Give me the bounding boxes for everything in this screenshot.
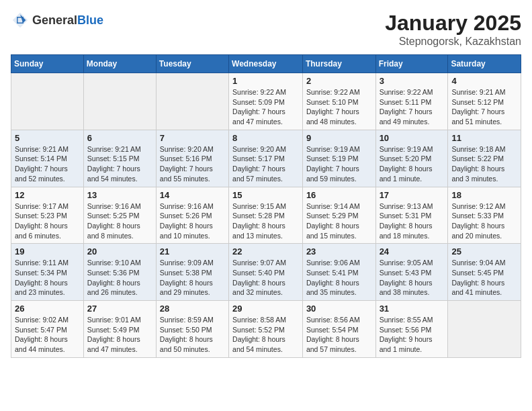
day-info: Sunrise: 9:15 AM Sunset: 5:28 PM Dayligh… [232, 201, 299, 241]
day-number: 30 [306, 304, 372, 314]
day-info: Sunrise: 9:14 AM Sunset: 5:29 PM Dayligh… [306, 201, 372, 241]
weekday-header-wednesday: Wednesday [229, 55, 303, 73]
calendar-cell: 25Sunrise: 9:04 AM Sunset: 5:45 PM Dayli… [448, 244, 521, 301]
calendar-cell: 23Sunrise: 9:06 AM Sunset: 5:41 PM Dayli… [302, 244, 375, 301]
calendar-cell: 8Sunrise: 9:20 AM Sunset: 5:17 PM Daylig… [229, 130, 303, 187]
day-number: 11 [451, 133, 517, 143]
day-number: 24 [380, 246, 445, 257]
weekday-header-friday: Friday [375, 55, 448, 73]
calendar-cell: 27Sunrise: 9:01 AM Sunset: 5:49 PM Dayli… [83, 301, 156, 358]
calendar-week-row: 5Sunrise: 9:21 AM Sunset: 5:14 PM Daylig… [11, 130, 521, 187]
day-info: Sunrise: 8:59 AM Sunset: 5:50 PM Dayligh… [160, 315, 225, 355]
calendar-cell: 21Sunrise: 9:09 AM Sunset: 5:38 PM Dayli… [156, 244, 228, 301]
calendar-cell: 30Sunrise: 8:56 AM Sunset: 5:54 PM Dayli… [302, 301, 375, 358]
day-info: Sunrise: 9:11 AM Sunset: 5:34 PM Dayligh… [15, 258, 80, 298]
day-number: 2 [306, 76, 372, 86]
calendar-cell: 13Sunrise: 9:16 AM Sunset: 5:25 PM Dayli… [83, 187, 156, 244]
day-number: 19 [15, 246, 80, 257]
day-number: 23 [306, 246, 372, 257]
calendar-table: SundayMondayTuesdayWednesdayThursdayFrid… [11, 54, 521, 358]
calendar-cell: 12Sunrise: 9:17 AM Sunset: 5:23 PM Dayli… [11, 187, 84, 244]
day-info: Sunrise: 9:18 AM Sunset: 5:22 PM Dayligh… [451, 144, 517, 184]
day-number: 25 [451, 246, 517, 257]
day-number: 16 [306, 190, 372, 200]
calendar-cell: 5Sunrise: 9:21 AM Sunset: 5:14 PM Daylig… [11, 130, 84, 187]
calendar-cell: 17Sunrise: 9:13 AM Sunset: 5:31 PM Dayli… [375, 187, 448, 244]
calendar-cell: 18Sunrise: 9:12 AM Sunset: 5:33 PM Dayli… [448, 187, 521, 244]
calendar-cell: 14Sunrise: 9:16 AM Sunset: 5:26 PM Dayli… [156, 187, 228, 244]
day-info: Sunrise: 9:20 AM Sunset: 5:17 PM Dayligh… [232, 144, 299, 184]
day-info: Sunrise: 9:09 AM Sunset: 5:38 PM Dayligh… [160, 258, 225, 298]
day-info: Sunrise: 8:55 AM Sunset: 5:56 PM Dayligh… [380, 315, 445, 355]
day-info: Sunrise: 9:16 AM Sunset: 5:26 PM Dayligh… [160, 201, 225, 241]
day-info: Sunrise: 9:22 AM Sunset: 5:09 PM Dayligh… [232, 87, 299, 127]
weekday-header-tuesday: Tuesday [156, 55, 228, 73]
calendar-cell: 28Sunrise: 8:59 AM Sunset: 5:50 PM Dayli… [156, 301, 228, 358]
day-info: Sunrise: 9:12 AM Sunset: 5:33 PM Dayligh… [451, 201, 517, 241]
weekday-header-thursday: Thursday [302, 55, 375, 73]
calendar-cell: 16Sunrise: 9:14 AM Sunset: 5:29 PM Dayli… [302, 187, 375, 244]
calendar-cell: 11Sunrise: 9:18 AM Sunset: 5:22 PM Dayli… [448, 130, 521, 187]
day-info: Sunrise: 9:05 AM Sunset: 5:43 PM Dayligh… [380, 258, 445, 298]
calendar-cell: 7Sunrise: 9:20 AM Sunset: 5:16 PM Daylig… [156, 130, 228, 187]
calendar-cell: 31Sunrise: 8:55 AM Sunset: 5:56 PM Dayli… [375, 301, 448, 358]
calendar-cell: 6Sunrise: 9:21 AM Sunset: 5:15 PM Daylig… [83, 130, 156, 187]
day-info: Sunrise: 9:06 AM Sunset: 5:41 PM Dayligh… [306, 258, 372, 298]
day-number: 31 [380, 304, 445, 314]
logo-general-text: General [32, 13, 77, 28]
day-info: Sunrise: 9:22 AM Sunset: 5:10 PM Dayligh… [306, 87, 372, 127]
calendar-cell: 29Sunrise: 8:58 AM Sunset: 5:52 PM Dayli… [229, 301, 303, 358]
calendar-cell: 19Sunrise: 9:11 AM Sunset: 5:34 PM Dayli… [11, 244, 84, 301]
day-number: 20 [87, 246, 152, 257]
day-number: 10 [380, 133, 445, 143]
day-number: 13 [87, 190, 152, 200]
day-info: Sunrise: 9:13 AM Sunset: 5:31 PM Dayligh… [380, 201, 445, 241]
calendar-cell: 26Sunrise: 9:02 AM Sunset: 5:47 PM Dayli… [11, 301, 84, 358]
day-number: 4 [451, 76, 517, 86]
calendar-cell: 22Sunrise: 9:07 AM Sunset: 5:40 PM Dayli… [229, 244, 303, 301]
calendar-cell [11, 73, 84, 130]
day-number: 9 [306, 133, 372, 143]
calendar-cell: 3Sunrise: 9:22 AM Sunset: 5:11 PM Daylig… [375, 73, 448, 130]
day-info: Sunrise: 9:20 AM Sunset: 5:16 PM Dayligh… [160, 144, 225, 184]
day-number: 6 [87, 133, 152, 143]
calendar-week-row: 1Sunrise: 9:22 AM Sunset: 5:09 PM Daylig… [11, 73, 521, 130]
location-title: Stepnogorsk, Kazakhstan [385, 36, 521, 48]
day-number: 14 [160, 190, 225, 200]
day-info: Sunrise: 8:56 AM Sunset: 5:54 PM Dayligh… [306, 315, 372, 355]
day-info: Sunrise: 9:02 AM Sunset: 5:47 PM Dayligh… [15, 315, 80, 355]
day-number: 7 [160, 133, 225, 143]
day-info: Sunrise: 9:21 AM Sunset: 5:14 PM Dayligh… [15, 144, 80, 184]
day-info: Sunrise: 9:19 AM Sunset: 5:19 PM Dayligh… [306, 144, 372, 184]
day-info: Sunrise: 9:17 AM Sunset: 5:23 PM Dayligh… [15, 201, 80, 241]
day-number: 28 [160, 304, 225, 314]
logo-icon [11, 11, 30, 30]
day-number: 18 [451, 190, 517, 200]
calendar-cell: 20Sunrise: 9:10 AM Sunset: 5:36 PM Dayli… [83, 244, 156, 301]
calendar-cell [156, 73, 228, 130]
day-number: 8 [232, 133, 299, 143]
page-header: General Blue January 2025 Stepnogorsk, K… [11, 11, 521, 48]
calendar-cell [83, 73, 156, 130]
weekday-header-monday: Monday [83, 55, 156, 73]
day-info: Sunrise: 9:19 AM Sunset: 5:20 PM Dayligh… [380, 144, 445, 184]
day-number: 1 [232, 76, 299, 86]
logo-blue-text: Blue [77, 13, 103, 28]
day-info: Sunrise: 9:07 AM Sunset: 5:40 PM Dayligh… [232, 258, 299, 298]
day-info: Sunrise: 9:10 AM Sunset: 5:36 PM Dayligh… [87, 258, 152, 298]
day-number: 22 [232, 246, 299, 257]
weekday-header-sunday: Sunday [11, 55, 84, 73]
weekday-header-row: SundayMondayTuesdayWednesdayThursdayFrid… [11, 55, 521, 73]
day-info: Sunrise: 9:21 AM Sunset: 5:12 PM Dayligh… [451, 87, 517, 127]
day-number: 17 [380, 190, 445, 200]
calendar-week-row: 26Sunrise: 9:02 AM Sunset: 5:47 PM Dayli… [11, 301, 521, 358]
day-number: 5 [15, 133, 80, 143]
calendar-cell: 4Sunrise: 9:21 AM Sunset: 5:12 PM Daylig… [448, 73, 521, 130]
calendar-cell: 2Sunrise: 9:22 AM Sunset: 5:10 PM Daylig… [302, 73, 375, 130]
day-number: 12 [15, 190, 80, 200]
day-info: Sunrise: 9:21 AM Sunset: 5:15 PM Dayligh… [87, 144, 152, 184]
month-title: January 2025 [385, 11, 521, 36]
calendar-week-row: 12Sunrise: 9:17 AM Sunset: 5:23 PM Dayli… [11, 187, 521, 244]
day-info: Sunrise: 9:16 AM Sunset: 5:25 PM Dayligh… [87, 201, 152, 241]
calendar-cell [448, 301, 521, 358]
